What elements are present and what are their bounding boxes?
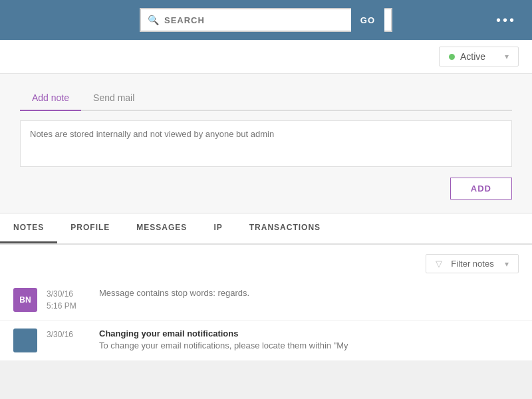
tab-transactions[interactable]: TRANSACTIONS [236, 213, 334, 243]
status-label: Active [460, 51, 498, 62]
tab-messages[interactable]: MESSAGES [123, 213, 200, 243]
search-input[interactable] [164, 15, 351, 25]
header: 🔍 GO ••• [0, 0, 532, 40]
tab-add-note[interactable]: Add note [20, 87, 81, 111]
note-content: Changing your email notifications To cha… [99, 329, 519, 350]
status-bar: Active ▾ [0, 40, 532, 74]
bottom-tabs: NOTES PROFILE MESSAGES IP TRANSACTIONS [0, 213, 532, 245]
search-icon: 🔍 [148, 15, 159, 25]
go-button[interactable]: GO [351, 8, 384, 32]
note-text: Message contains stop words: regards. [99, 288, 519, 298]
filter-dropdown[interactable]: ▽ Filter notes ▾ [426, 254, 519, 273]
avatar [13, 329, 37, 352]
tab-notes[interactable]: NOTES [0, 213, 57, 243]
tab-ip[interactable]: IP [200, 213, 235, 243]
chevron-down-icon: ▾ [505, 52, 509, 61]
status-dot [449, 54, 455, 60]
note-textarea[interactable] [20, 120, 512, 167]
avatar: BN [13, 288, 37, 312]
more-menu-button[interactable]: ••• [496, 13, 516, 28]
note-content: Message contains stop words: regards. [99, 288, 519, 298]
filter-row: ▽ Filter notes ▾ [0, 245, 532, 280]
note-title: Changing your email notifications [99, 329, 519, 338]
notes-list: ▽ Filter notes ▾ BN 3/30/165:16 PM Messa… [0, 245, 532, 361]
note-text: To change your email notifications, plea… [99, 340, 519, 350]
filter-icon: ▽ [436, 259, 442, 269]
search-bar: 🔍 GO [140, 8, 392, 32]
note-item: 3/30/16 Changing your email notification… [0, 321, 532, 361]
status-dropdown[interactable]: Active ▾ [439, 47, 519, 66]
note-date: 3/30/165:16 PM [47, 288, 90, 312]
filter-chevron-icon: ▾ [505, 259, 509, 269]
note-tabs: Add note Send mail [20, 87, 512, 111]
note-item: BN 3/30/165:16 PM Message contains stop … [0, 280, 532, 321]
tab-send-mail[interactable]: Send mail [81, 87, 146, 111]
add-note-button[interactable]: ADD [450, 178, 512, 200]
note-panel: Add note Send mail ADD [0, 74, 532, 213]
note-date: 3/30/16 [47, 329, 90, 340]
filter-label: Filter notes [451, 259, 493, 269]
tab-profile[interactable]: PROFILE [57, 213, 123, 243]
